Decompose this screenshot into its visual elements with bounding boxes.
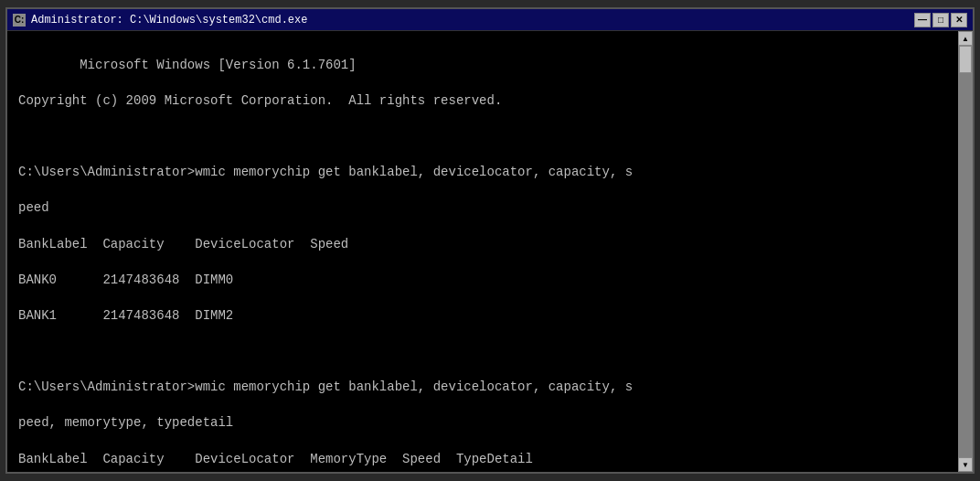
window-title: Administrator: C:\Windows\system32\cmd.e… — [31, 14, 307, 27]
terminal-content[interactable]: Microsoft Windows [Version 6.1.7601] Cop… — [7, 31, 973, 472]
scroll-down-arrow[interactable]: ▼ — [958, 457, 973, 472]
title-bar: C: Administrator: C:\Windows\system32\cm… — [7, 9, 973, 31]
window-controls: — □ ✕ — [914, 13, 967, 27]
maximize-button[interactable]: □ — [932, 13, 949, 27]
scrollbar[interactable]: ▲ ▼ — [958, 31, 973, 472]
close-button[interactable]: ✕ — [951, 13, 967, 27]
cmd-window: C: Administrator: C:\Windows\system32\cm… — [5, 7, 975, 474]
title-bar-left: C: Administrator: C:\Windows\system32\cm… — [13, 14, 307, 27]
minimize-button[interactable]: — — [914, 13, 931, 27]
terminal-output: Microsoft Windows [Version 6.1.7601] Cop… — [18, 38, 954, 472]
scrollbar-thumb[interactable] — [959, 46, 972, 73]
monitor: C: Administrator: C:\Windows\system32\cm… — [0, 0, 980, 481]
cmd-icon: C: — [13, 14, 26, 27]
scrollbar-track[interactable] — [958, 46, 973, 457]
scroll-up-arrow[interactable]: ▲ — [958, 31, 973, 46]
